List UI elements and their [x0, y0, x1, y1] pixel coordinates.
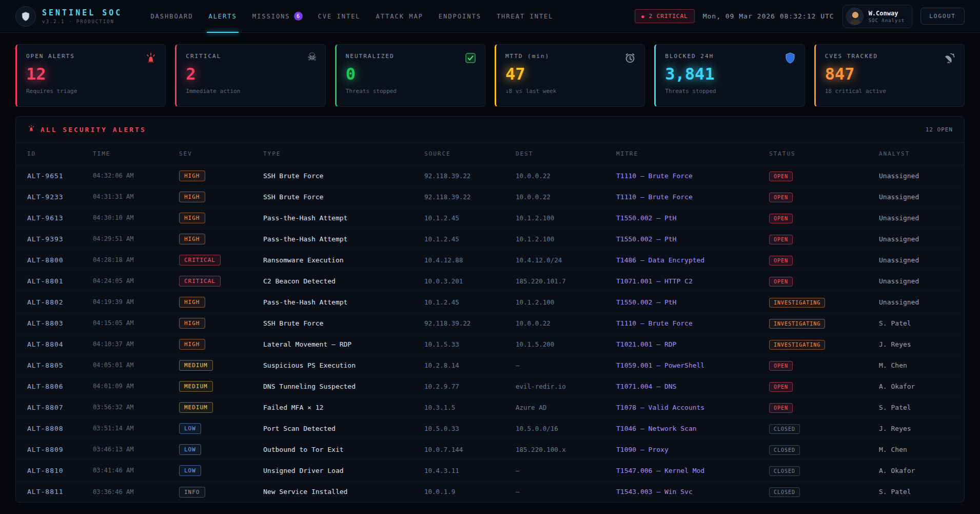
alert-analyst: J. Reyes	[879, 425, 953, 432]
alert-type: SSH Brute Force	[263, 193, 424, 201]
table-header: IDTIMESEVTYPESOURCEDESTMITRESTATUSANALYS…	[16, 143, 964, 165]
alert-mitre: T1059.001 – PowerShell	[616, 361, 769, 369]
alert-time: 04:29:51 AM	[93, 235, 179, 242]
nav-label: THREAT INTEL	[497, 13, 554, 20]
stat-label: CVES TRACKED	[825, 53, 955, 60]
alert-time: 03:36:46 AM	[93, 488, 179, 496]
table-row[interactable]: ALT-880404:10:37 AMHIGHLateral Movement …	[16, 334, 964, 355]
stats-row: OPEN ALERTS 12 Requires triage ☠ CRITICA…	[0, 33, 980, 116]
alert-analyst: Unassigned	[879, 172, 953, 180]
alert-status-cell: INVESTIGATING	[769, 297, 879, 308]
stat-label: OPEN ALERTS	[26, 53, 156, 60]
logout-button[interactable]: LOGOUT	[920, 8, 965, 25]
severity-badge: HIGH	[179, 213, 205, 223]
nav-threat-intel[interactable]: THREAT INTEL	[489, 0, 561, 33]
status-badge: INVESTIGATING	[769, 340, 825, 350]
alert-time: 04:01:09 AM	[93, 383, 179, 390]
user-chip[interactable]: W.Conway SOC Analyst	[842, 5, 913, 28]
alert-status-cell: OPEN	[769, 360, 879, 371]
severity-badge: CRITICAL	[179, 276, 221, 287]
alert-dest: 10.0.0.22	[516, 319, 616, 327]
nav-dashboard[interactable]: DASHBOARD	[143, 0, 201, 33]
alert-severity-cell: HIGH	[179, 191, 263, 202]
alert-mitre: T1547.006 – Kernel Mod	[616, 467, 769, 474]
table-row[interactable]: ALT-880304:15:05 AMHIGHSSH Brute Force92…	[16, 313, 964, 334]
status-badge: CLOSED	[769, 445, 800, 455]
table-row[interactable]: ALT-880803:51:14 AMLOWPort Scan Detected…	[16, 418, 964, 439]
status-badge: OPEN	[769, 361, 793, 371]
severity-badge: HIGH	[179, 297, 205, 308]
nav-alerts[interactable]: ALERTS	[201, 0, 244, 33]
table-row[interactable]: ALT-939304:29:51 AMHIGHPass-the-Hash Att…	[16, 229, 964, 250]
table-row[interactable]: ALT-923304:31:31 AMHIGHSSH Brute Force92…	[16, 186, 964, 207]
alert-dest: 10.0.0.22	[516, 172, 616, 180]
alert-source: 92.118.39.22	[424, 193, 516, 201]
alert-id: ALT-8801	[27, 277, 93, 285]
alert-dest: 10.1.2.100	[516, 298, 616, 306]
alert-severity-cell: HIGH	[179, 212, 263, 223]
table-row[interactable]: ALT-965104:32:06 AMHIGHSSH Brute Force92…	[16, 165, 964, 186]
table-row[interactable]: ALT-880504:05:01 AMMEDIUMSuspicious PS E…	[16, 355, 964, 376]
alert-status-cell: CLOSED	[769, 444, 879, 455]
alert-analyst: Unassigned	[879, 214, 953, 222]
nav-label: ATTACK MAP	[376, 13, 423, 20]
user-role: SOC Analyst	[869, 18, 905, 23]
table-row[interactable]: ALT-880903:46:13 AMLOWOutbound to Tor Ex…	[16, 439, 964, 460]
alert-source: 10.4.3.11	[424, 467, 516, 474]
table-row[interactable]: ALT-880004:28:18 AMCRITICALRansomware Ex…	[16, 250, 964, 271]
alert-analyst: Unassigned	[879, 277, 953, 285]
nav-endpoints[interactable]: ENDPOINTS	[431, 0, 489, 33]
alert-mitre: T1090 – Proxy	[616, 446, 769, 453]
severity-badge: LOW	[179, 465, 201, 476]
table-row[interactable]: ALT-881103:36:46 AMINFONew Service Insta…	[16, 481, 964, 502]
alert-type: Ransomware Execution	[263, 256, 424, 264]
alert-source: 10.1.2.45	[424, 235, 516, 243]
nav-label: ENDPOINTS	[439, 13, 481, 20]
alert-id: ALT-8802	[27, 298, 93, 306]
alerts-panel: ALL SECURITY ALERTS 12 OPEN IDTIMESEVTYP…	[15, 116, 965, 503]
alert-mitre: T1071.001 – HTTP C2	[616, 277, 769, 285]
alert-severity-cell: LOW	[179, 444, 263, 455]
alert-id: ALT-8803	[27, 319, 93, 327]
stat-value: 12	[26, 64, 156, 84]
alert-analyst: A. Okafor	[879, 383, 953, 390]
alert-severity-cell: HIGH	[179, 233, 263, 244]
stat-label: NEUTRALIZED	[346, 53, 476, 60]
nav-cve-intel[interactable]: CVE INTEL	[310, 0, 368, 33]
table-row[interactable]: ALT-961304:30:10 AMHIGHPass-the-Hash Att…	[16, 207, 964, 229]
table-row[interactable]: ALT-880604:01:09 AMMEDIUMDNS Tunneling S…	[16, 376, 964, 397]
stat-card: MTTD (min) 47 ↓8 vs last week	[495, 44, 645, 107]
alert-type: Outbound to Tor Exit	[263, 446, 424, 453]
alert-mitre: T1550.002 – PtH	[616, 298, 769, 306]
alert-type: Unsigned Driver Load	[263, 467, 424, 474]
alert-id: ALT-8805	[27, 361, 93, 369]
alert-status-cell: OPEN	[769, 170, 879, 181]
pulse-dot-icon: ●	[641, 14, 644, 19]
alert-time: 04:24:05 AM	[93, 277, 179, 284]
alert-id: ALT-8811	[27, 488, 93, 496]
alert-status-cell: INVESTIGATING	[769, 339, 879, 350]
check-icon	[464, 52, 477, 66]
brand-text: SENTINEL SOC v3.2.1 · PRODUCTION	[42, 8, 122, 24]
app-version: v3.2.1 · PRODUCTION	[42, 19, 122, 24]
table-row[interactable]: ALT-880204:19:39 AMHIGHPass-the-Hash Att…	[16, 292, 964, 313]
alert-mitre: T1543.003 – Win Svc	[616, 488, 769, 496]
alert-analyst: S. Patel	[879, 404, 953, 411]
siren-icon	[145, 52, 157, 66]
table-row[interactable]: ALT-880703:56:32 AMMEDIUMFailed MFA × 12…	[16, 397, 964, 418]
alert-id: ALT-8807	[27, 404, 93, 411]
missions-count-badge: 6	[294, 12, 303, 21]
utc-clock: Mon, 09 Mar 2026 08:32:12 UTC	[703, 12, 834, 20]
status-badge: OPEN	[769, 172, 793, 181]
alert-dest: 10.5.0.0/16	[516, 425, 616, 432]
nav-attack-map[interactable]: ATTACK MAP	[368, 0, 431, 33]
user-name: W.Conway	[869, 10, 905, 17]
alert-mitre: T1021.001 – RDP	[616, 340, 769, 348]
stat-card: BLOCKED 24H 3,841 Threats stopped	[654, 44, 805, 107]
table-row[interactable]: ALT-880104:24:05 AMCRITICALC2 Beacon Det…	[16, 271, 964, 292]
siren-icon	[27, 124, 35, 135]
table-row[interactable]: ALT-881003:41:46 AMLOWUnsigned Driver Lo…	[16, 460, 964, 481]
alert-time: 04:30:10 AM	[93, 214, 179, 221]
stat-label: MTTD (min)	[505, 53, 635, 60]
nav-missions[interactable]: MISSIONS6	[245, 0, 310, 33]
